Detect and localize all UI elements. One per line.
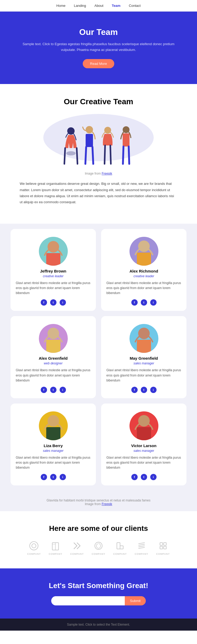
team-member-role: creative leader <box>106 274 181 278</box>
social-icons: f t i <box>16 387 91 393</box>
cta-form: Submit <box>16 596 181 605</box>
instagram-icon[interactable]: i <box>60 474 66 480</box>
freepik-link-bottom[interactable]: Freepik <box>102 502 112 506</box>
svg-rect-20 <box>46 340 60 353</box>
team-member-role: sales manager <box>106 362 181 365</box>
instagram-icon[interactable]: i <box>150 387 157 393</box>
figure-4 <box>118 124 134 166</box>
twitter-icon[interactable]: t <box>141 387 147 393</box>
team-member-desc: Glavi amet ritnisl libero molestie ante … <box>16 455 91 470</box>
clients-title: Here are some of our clients <box>11 524 186 533</box>
nav-team[interactable]: Team <box>112 4 121 8</box>
team-member-name: Alex Richmond <box>106 269 181 273</box>
client-logo-1: COMPANY <box>27 541 41 555</box>
navigation: Home Landing About Team Contact <box>0 0 197 12</box>
client-label-2: COMPANY <box>49 553 62 555</box>
logo-icon-5 <box>115 541 125 551</box>
cta-section: Let's Start Something Great! Submit <box>0 568 197 619</box>
nav-landing[interactable]: Landing <box>74 4 86 8</box>
client-logo-4: COMPANY <box>92 541 105 555</box>
team-avatar <box>39 237 68 266</box>
team-avatar <box>129 411 158 440</box>
team-member-desc: Glavi amet ritnisl libero molestie ante … <box>16 368 91 383</box>
client-logo-7: COMPANY <box>156 541 170 555</box>
clients-logos: COMPANY COMPANY COMPANY COMPANY <box>11 541 186 555</box>
team-member-name: May Greenfield <box>106 356 181 360</box>
twitter-icon[interactable]: t <box>141 299 147 306</box>
cta-email-input[interactable] <box>51 596 125 605</box>
team-member-role: sales manager <box>106 449 181 453</box>
svg-rect-26 <box>137 427 151 440</box>
twitter-icon[interactable]: t <box>50 387 56 393</box>
team-member-desc: Glavi amet ritnisl libero molestie ante … <box>106 455 181 470</box>
freepik-link[interactable]: Freepik <box>102 172 112 175</box>
svg-rect-12 <box>123 133 129 146</box>
social-icons: f t i <box>106 387 181 393</box>
facebook-icon[interactable]: f <box>131 474 138 480</box>
read-more-button[interactable]: Read More <box>83 59 114 68</box>
client-logo-5: COMPANY <box>113 541 127 555</box>
svg-rect-22 <box>137 340 151 353</box>
nav-home[interactable]: Home <box>56 4 66 8</box>
facebook-icon[interactable]: f <box>41 299 47 306</box>
nav-about[interactable]: About <box>95 4 103 8</box>
instagram-icon[interactable]: i <box>60 387 66 393</box>
team-card: Victor Larson sales manager Glavi amet r… <box>101 404 186 486</box>
svg-line-38 <box>138 547 145 548</box>
svg-rect-34 <box>120 546 123 549</box>
team-member-name: Liza Berry <box>16 443 91 448</box>
svg-rect-5 <box>86 134 93 147</box>
social-icons: f t i <box>106 299 181 306</box>
twitter-icon[interactable]: t <box>50 299 56 306</box>
creative-title: Our Creative Team <box>16 97 181 106</box>
team-member-desc: Glavi amet ritnisl libero molestie ante … <box>106 368 181 383</box>
svg-line-13 <box>123 146 123 164</box>
team-avatar <box>39 411 68 440</box>
svg-point-27 <box>30 542 38 550</box>
svg-line-2 <box>77 148 77 164</box>
svg-point-28 <box>32 544 36 548</box>
team-member-name: Victor Larson <box>106 443 181 448</box>
team-figures <box>63 124 134 169</box>
logo-icon-3 <box>72 541 82 551</box>
svg-rect-24 <box>46 427 60 440</box>
svg-rect-16 <box>46 253 60 266</box>
logo-icon-7 <box>158 541 168 551</box>
team-illustration <box>16 111 181 169</box>
facebook-icon[interactable]: f <box>41 387 47 393</box>
team-grid: Jeffrey Brown creative leader Glavi amet… <box>0 224 197 494</box>
cta-submit-button[interactable]: Submit <box>125 596 146 605</box>
svg-point-3 <box>66 151 76 155</box>
client-label-5: COMPANY <box>113 553 127 555</box>
footer-credit-text: Glavrida for habitant morbi tristique se… <box>5 499 192 502</box>
social-icons: f t i <box>106 474 181 480</box>
twitter-icon[interactable]: t <box>141 474 147 480</box>
team-card: Alex Greenfield web designer Glavi amet … <box>11 316 96 398</box>
image-credit: Image from Freepik <box>16 172 181 175</box>
team-member-role: sales manager <box>16 449 91 453</box>
twitter-icon[interactable]: t <box>50 474 56 480</box>
svg-line-37 <box>138 546 145 547</box>
logo-icon-1 <box>29 541 39 551</box>
facebook-icon[interactable]: f <box>131 299 138 306</box>
team-card: May Greenfield sales manager Glavi amet … <box>101 316 186 398</box>
svg-rect-33 <box>117 543 120 549</box>
svg-line-14 <box>129 146 129 164</box>
svg-line-36 <box>138 544 145 545</box>
facebook-icon[interactable]: f <box>131 387 138 393</box>
facebook-icon[interactable]: f <box>41 474 47 480</box>
logo-icon-6 <box>136 541 147 551</box>
team-member-name: Jeffrey Brown <box>16 269 91 273</box>
instagram-icon[interactable]: i <box>60 299 66 306</box>
instagram-icon[interactable]: i <box>150 474 157 480</box>
svg-rect-18 <box>137 253 151 266</box>
team-member-desc: Glavi amet ritnisl libero molestie ante … <box>106 281 181 296</box>
instagram-icon[interactable]: i <box>150 299 157 306</box>
nav-contact[interactable]: Contact <box>129 4 141 8</box>
social-icons: f t i <box>16 474 91 480</box>
client-logo-2: COMPANY <box>49 541 62 555</box>
figure-3 <box>100 124 116 166</box>
creative-section: Our Creative Team <box>0 84 197 224</box>
svg-rect-41 <box>160 546 163 549</box>
figure-1 <box>63 124 79 166</box>
